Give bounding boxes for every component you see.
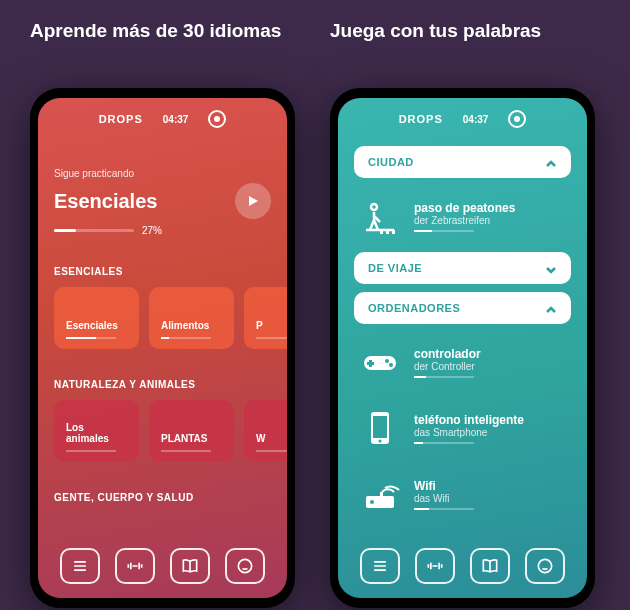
nav-book-icon[interactable] [170,548,210,584]
nav-list-icon[interactable] [360,548,400,584]
pill-label: ORDENADORES [368,302,460,314]
topic-card[interactable]: Esenciales [54,287,139,349]
timer-icon[interactable] [508,110,526,128]
nav-list-icon[interactable] [60,548,100,584]
svg-point-0 [239,559,252,572]
word-row[interactable]: paso de peatonesder Zebrastreifen [354,186,571,246]
progress-percent: 27% [142,225,162,236]
phone-right: DROPS 04:37 CIUDADpaso de peatonesder Ze… [330,88,595,608]
play-button[interactable] [235,183,271,219]
section-label: GENTE, CUERPO Y SALUD [54,492,271,503]
topic-card[interactable]: W [244,400,287,462]
svg-point-4 [385,359,389,363]
chevron-up-icon [545,156,557,168]
topic-card[interactable]: PLANTAS [149,400,234,462]
timer-text: 04:37 [463,114,489,125]
svg-point-10 [370,500,374,504]
nav-book-icon[interactable] [470,548,510,584]
svg-point-12 [539,559,552,572]
card-title: P [256,320,287,331]
bottom-nav [38,538,287,598]
card-title: Alimentos [161,320,222,331]
word-main: paso de peatones [414,201,567,215]
card-title: W [256,433,287,444]
brand-label: DROPS [99,113,143,125]
word-main: Wifi [414,479,567,493]
chevron-down-icon [545,262,557,274]
topic-card[interactable]: Los animales [54,400,139,462]
svg-point-5 [389,363,393,367]
topbar: DROPS 04:37 [338,98,587,138]
timer-icon[interactable] [208,110,226,128]
wifi-icon [358,472,402,516]
phone-left: DROPS 04:37 Sigue practicando Esenciales [30,88,295,608]
nav-dumbbell-icon[interactable] [115,548,155,584]
word-translation: das Wifi [414,493,567,504]
practice-label: Sigue practicando [54,168,271,179]
card-title: PLANTAS [161,433,222,444]
progress-bar [54,229,134,232]
topic-card[interactable]: P [244,287,287,349]
svg-rect-3 [367,362,374,365]
hero-title: Esenciales [54,190,157,213]
card-title: Esenciales [66,320,127,331]
word-main: controlador [414,347,567,361]
right-headline: Juega con tus palabras [330,20,600,68]
category-pill[interactable]: DE VIAJE [354,252,571,284]
left-headline: Aprende más de 30 idiomas [30,20,300,68]
pill-label: DE VIAJE [368,262,422,274]
phone-icon [358,406,402,450]
word-row[interactable]: controladorder Controller [354,332,571,392]
bottom-nav [338,538,587,598]
chevron-up-icon [545,302,557,314]
word-translation: der Zebrastreifen [414,215,567,226]
section-label: ESENCIALES [54,266,271,277]
word-main: teléfono inteligente [414,413,567,427]
gamepad-icon [358,340,402,384]
category-pill[interactable]: ORDENADORES [354,292,571,324]
svg-rect-7 [373,416,387,438]
word-translation: der Controller [414,361,567,372]
section-label: NATURALEZA Y ANIMALES [54,379,271,390]
svg-point-8 [379,440,382,443]
brand-label: DROPS [399,113,443,125]
nav-dumbbell-icon[interactable] [415,548,455,584]
svg-rect-11 [380,492,383,498]
topic-card[interactable]: Alimentos [149,287,234,349]
card-title: Los animales [66,422,127,444]
category-pill[interactable]: CIUDAD [354,146,571,178]
pill-label: CIUDAD [368,156,414,168]
timer-text: 04:37 [163,114,189,125]
nav-face-icon[interactable] [225,548,265,584]
topbar: DROPS 04:37 [38,98,287,138]
nav-face-icon[interactable] [525,548,565,584]
word-translation: das Smartphone [414,427,567,438]
word-row[interactable]: Wifidas Wifi [354,464,571,524]
word-row[interactable]: teléfono inteligentedas Smartphone [354,398,571,458]
crosswalk-icon [358,194,402,238]
